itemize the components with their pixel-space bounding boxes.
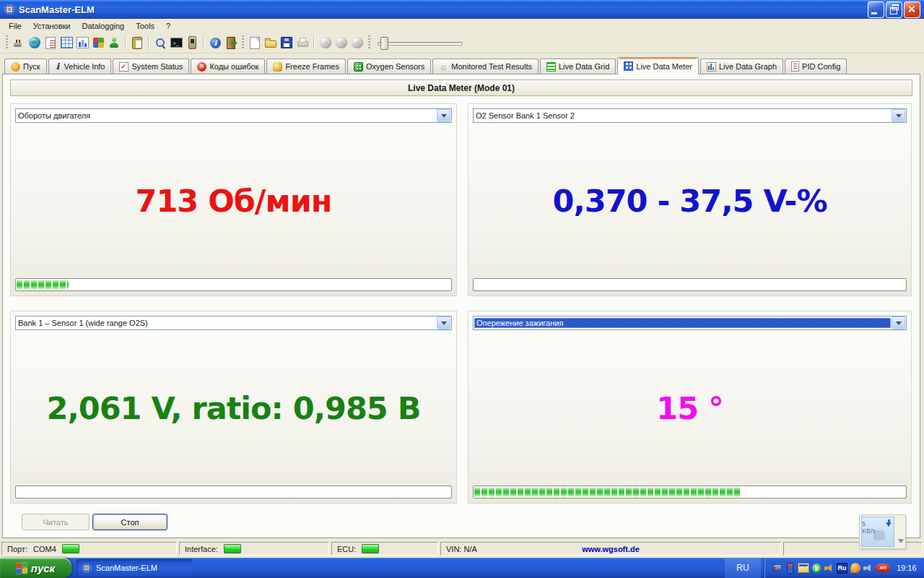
speed-dropdown-icon[interactable] [898, 539, 904, 546]
pid-selector-1-value: Обороты двигателя [16, 110, 436, 121]
toolbar-grip[interactable] [242, 35, 244, 50]
pid-selector-4[interactable]: Опережение зажигания [473, 316, 907, 330]
tab-пуск[interactable]: Пуск [4, 59, 47, 74]
tab-коды-ошибок[interactable]: Коды ошибок [191, 59, 265, 74]
maximize-button[interactable] [886, 1, 902, 18]
freeze-frames-icon [273, 62, 282, 72]
device-toolbar-button[interactable] [184, 35, 200, 51]
terminal-toolbar-button[interactable] [168, 35, 184, 51]
taskbar-item-scanmaster[interactable]: ScanMaster-ELM [77, 559, 192, 577]
windows-flag-icon [17, 562, 27, 574]
search-toolbar-button[interactable] [152, 35, 168, 51]
menu-item-idx4[interactable]: ? [160, 20, 176, 32]
menu-item-idx1[interactable]: Установки [27, 20, 77, 32]
open-toolbar-button[interactable] [263, 35, 279, 51]
tab-page-live-data-meter: Live Data Meter (Mode 01) Обороты двигат… [2, 74, 920, 538]
display-icon[interactable] [798, 563, 809, 573]
minimize-icon [871, 12, 877, 14]
report-toolbar-button[interactable] [43, 35, 58, 51]
toolbar-grip[interactable] [6, 35, 8, 50]
pid-selector-2-value: O2 Sensor Bank 1 Sensor 2 [474, 110, 891, 121]
stop-button[interactable]: Стоп [92, 514, 167, 530]
meter-value-4: 15 ° [656, 390, 723, 426]
system-status-icon [119, 62, 128, 72]
lang-indicator-icon[interactable]: Ru [837, 563, 847, 574]
clipboard-toolbar-button[interactable] [129, 35, 145, 51]
minimize-button[interactable] [868, 1, 884, 18]
print-toolbar-button[interactable] [295, 35, 310, 51]
record-button-toolbar-button[interactable] [318, 35, 334, 51]
home-icon [11, 62, 20, 72]
new-file-toolbar-button[interactable] [247, 35, 263, 51]
mixer-icon[interactable] [863, 564, 873, 573]
tab-monitored-test-results[interactable]: Monitored Test Results [432, 59, 539, 74]
close-button[interactable] [904, 1, 920, 18]
window-title: ScanMaster-ELM [19, 4, 864, 15]
connection-speed-widget[interactable]: 5 KB/s [859, 514, 906, 549]
info-toolbar-button[interactable] [207, 35, 223, 51]
toolbar-slider[interactable] [378, 36, 463, 49]
menu-item-tools[interactable]: Tools [130, 20, 160, 32]
dropdown-arrow-icon[interactable] [437, 316, 450, 329]
exit-icon [227, 37, 235, 49]
tab-vehicle-info[interactable]: Vehicle Info [48, 59, 112, 74]
vehicle-info-icon [55, 62, 61, 72]
dashboard-toolbar-button[interactable] [58, 35, 74, 51]
user-toolbar-button[interactable] [106, 35, 122, 51]
read-button[interactable]: Читать [22, 514, 90, 530]
tab-label: Monitored Test Results [451, 62, 532, 71]
toolbar-grip[interactable] [368, 35, 370, 50]
dropdown-arrow-icon[interactable] [892, 109, 905, 122]
status-vin-section: VIN: N/A www.wgsoft.de [440, 542, 781, 556]
meter-progress-1 [15, 278, 452, 291]
tab-label: Коды ошибок [209, 62, 258, 71]
tab-label: Live Data Graph [719, 62, 777, 71]
tab-system-status[interactable]: System Status [113, 59, 189, 74]
dropdown-arrow-icon[interactable] [892, 316, 905, 329]
battery-icon[interactable] [787, 563, 793, 574]
tab-live-data-graph[interactable]: Live Data Graph [700, 59, 783, 74]
pid-selector-2[interactable]: O2 Sensor Bank 1 Sensor 2 [473, 108, 907, 123]
search-icon [154, 36, 167, 49]
menu-item-file[interactable]: File [3, 20, 27, 32]
pid-config-icon [791, 61, 799, 72]
windows-toolbar-button[interactable] [90, 35, 106, 51]
speed-panel: 5 KB/s [861, 517, 894, 547]
website-link[interactable]: www.wgsoft.de [441, 545, 780, 553]
device-icon [188, 36, 196, 49]
stop-button-toolbar-button[interactable] [349, 35, 365, 51]
menu-bar: FileУстановкиDataloggingTools? [0, 19, 924, 33]
utorrent-icon[interactable] [812, 564, 821, 573]
window-controls [868, 1, 920, 18]
pause-button-toolbar-button[interactable] [334, 35, 349, 51]
web-toolbar-button[interactable] [27, 35, 43, 51]
chart-toolbar-button[interactable] [74, 35, 90, 51]
connect-toolbar-button[interactable] [11, 35, 27, 51]
start-button[interactable]: пуск [0, 558, 71, 578]
pid-selector-3[interactable]: Bank 1 – Sensor 1 (wide range O2S) [15, 316, 452, 330]
tab-oxygen-sensors[interactable]: Oxygen Sensors [347, 59, 431, 74]
menu-item-datalogging[interactable]: Datalogging [77, 20, 131, 32]
exit-toolbar-button[interactable] [223, 35, 239, 51]
status-interface-section: Interface: [179, 542, 329, 556]
tab-live-data-grid[interactable]: Live Data Grid [540, 59, 616, 74]
volume-icon[interactable] [824, 564, 834, 573]
pause-button-icon [336, 37, 347, 48]
traffic-icon [873, 530, 885, 540]
dropdown-arrow-icon[interactable] [437, 109, 450, 122]
language-indicator[interactable]: RU [725, 558, 761, 578]
tab-freeze-frames[interactable]: Freeze Frames [266, 59, 346, 74]
messenger-icon[interactable] [850, 563, 860, 573]
pid-selector-3-value: Bank 1 – Sensor 1 (wide range O2S) [16, 317, 436, 329]
slider-thumb[interactable] [380, 37, 388, 50]
dashboard-icon [61, 37, 73, 48]
pid-selector-1[interactable]: Обороты двигателя [15, 108, 452, 123]
tab-live-data-meter[interactable]: Live Data Meter [617, 57, 699, 74]
tab-label: Live Data Meter [636, 62, 692, 71]
save-toolbar-button[interactable] [279, 35, 295, 51]
ati-icon[interactable] [876, 564, 890, 572]
tab-label: System Status [131, 62, 183, 71]
tab-pid-config[interactable]: PID Config [785, 59, 847, 74]
task-label: ScanMaster-ELM [96, 564, 157, 572]
network-offline-icon[interactable] [772, 564, 783, 573]
